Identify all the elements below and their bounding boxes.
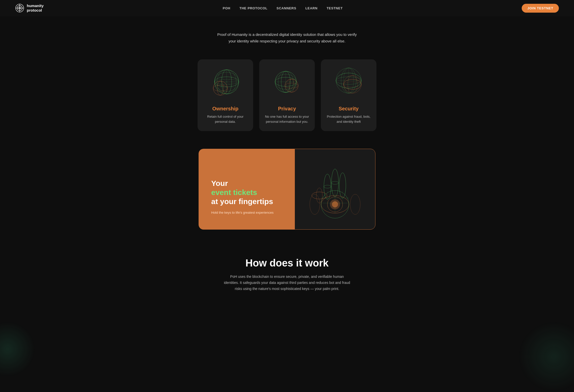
logo[interactable]: humanity protocol	[15, 4, 44, 13]
card-ownership: Ownership Retain full control of your pe…	[198, 59, 253, 131]
bg-glow-right	[518, 321, 574, 392]
svg-point-56	[332, 201, 338, 207]
nav-scanners[interactable]: SCANNERS	[277, 6, 296, 10]
card-privacy: Privacy No one has full access to your p…	[259, 59, 315, 131]
nav-poh[interactable]: POH	[223, 6, 230, 10]
nav-links: POH THE PROTOCOL SCANNERS LEARN TESTNET	[223, 6, 343, 10]
card-ownership-title: Ownership	[212, 106, 238, 112]
nav-testnet[interactable]: TESTNET	[327, 6, 343, 10]
card-privacy-visual	[269, 65, 305, 101]
svg-point-43	[324, 185, 331, 188]
card-security-visual	[331, 65, 366, 101]
card-security-title: Security	[339, 106, 359, 112]
svg-point-58	[350, 194, 360, 214]
svg-point-12	[213, 85, 227, 91]
how-title: How does it work	[224, 257, 350, 269]
card-ownership-visual	[208, 65, 243, 101]
logo-icon	[15, 4, 24, 13]
feature-subtitle: Hold the keys to life's greatest experie…	[211, 211, 282, 214]
logo-text: humanity protocol	[27, 4, 44, 13]
svg-point-13	[217, 81, 223, 95]
hero-description: Proof of Humanity is a decentralized dig…	[216, 31, 358, 44]
svg-point-45	[331, 181, 339, 184]
hand-wireframe-icon	[300, 154, 370, 225]
feature-cards: Ownership Retain full control of your pe…	[0, 54, 574, 146]
how-it-works-section: How does it work PoH uses the blockchain…	[209, 245, 365, 302]
card-ownership-desc: Retain full control of your personal dat…	[203, 114, 248, 124]
feature-text-panel: Your event tickets at your fingertips Ho…	[199, 149, 295, 230]
svg-point-11	[213, 81, 227, 95]
svg-point-57	[310, 194, 320, 214]
feature-heading: Your event tickets at your fingertips	[211, 179, 282, 206]
join-testnet-button[interactable]: JOIN TESTNET	[522, 4, 559, 13]
card-security-desc: Protection against fraud, bots, and iden…	[326, 114, 371, 124]
feature-banner: Your event tickets at your fingertips Ho…	[0, 146, 574, 245]
nav-protocol[interactable]: THE PROTOCOL	[240, 6, 268, 10]
nav-learn[interactable]: LEARN	[305, 6, 318, 10]
how-description: PoH uses the blockchain to ensure secure…	[224, 274, 350, 292]
hero-section: Proof of Humanity is a decentralized dig…	[211, 16, 363, 54]
bg-glow-left	[0, 321, 35, 377]
feature-image-panel	[295, 149, 375, 230]
feature-highlight: event tickets	[211, 188, 257, 197]
card-privacy-desc: No one has full access to your personal …	[264, 114, 310, 124]
card-privacy-title: Privacy	[278, 106, 296, 112]
navbar: humanity protocol POH THE PROTOCOL SCANN…	[0, 0, 574, 16]
card-security: Security Protection against fraud, bots,…	[321, 59, 376, 131]
